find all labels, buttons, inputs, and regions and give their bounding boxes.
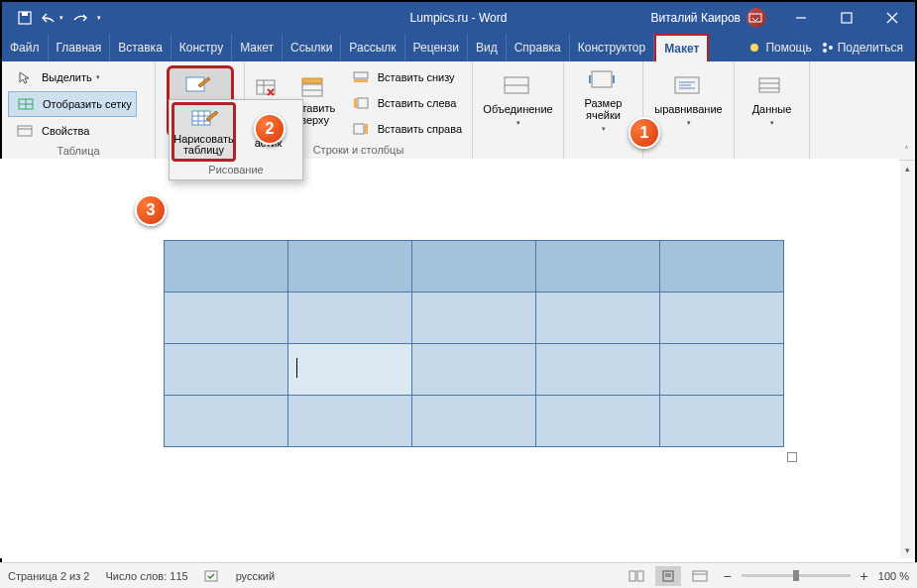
- svg-rect-26: [354, 98, 357, 108]
- draw-table-button[interactable]: Нарисовать таблицу: [172, 102, 236, 162]
- document-area[interactable]: [0, 159, 899, 558]
- tab-table-design[interactable]: Конструктор: [570, 34, 654, 61]
- share-button[interactable]: Поделиться: [822, 41, 903, 55]
- scroll-up-button[interactable]: ▴: [900, 161, 915, 176]
- document-table[interactable]: [164, 240, 784, 447]
- ribbon-options-button[interactable]: [733, 2, 778, 34]
- callout-1: 1: [629, 117, 660, 149]
- svg-point-7: [750, 44, 758, 52]
- read-mode-button[interactable]: [624, 566, 649, 586]
- cell-size-icon: [588, 69, 620, 93]
- tab-help[interactable]: Справка: [507, 34, 570, 61]
- insert-below-icon: [348, 67, 374, 87]
- zoom-level[interactable]: 100 %: [878, 570, 909, 582]
- zoom-out-button[interactable]: −: [719, 568, 735, 584]
- language-indicator[interactable]: русский: [236, 570, 275, 582]
- svg-point-9: [829, 46, 833, 50]
- svg-rect-4: [842, 13, 852, 23]
- zoom-slider[interactable]: [742, 574, 851, 577]
- svg-rect-51: [693, 571, 707, 581]
- svg-rect-25: [358, 98, 368, 108]
- callout-2: 2: [254, 113, 286, 145]
- insert-above-icon: [299, 76, 325, 98]
- grid-icon: [13, 94, 39, 114]
- callout-3: 3: [135, 194, 167, 226]
- svg-rect-14: [18, 126, 32, 136]
- vertical-scrollbar[interactable]: ▴ ▾: [900, 161, 915, 558]
- tab-mailings[interactable]: Рассылк: [341, 34, 404, 61]
- svg-rect-24: [354, 79, 368, 82]
- ribbon-tabs: Файл Главная Вставка Констру Макет Ссылк…: [2, 34, 915, 61]
- document-title: Lumpics.ru - Word: [410, 11, 508, 25]
- maximize-button[interactable]: [824, 2, 869, 34]
- ribbon: Выделить▾ Отобразить сетку Свойства Табл…: [2, 61, 915, 161]
- insert-right-icon: [348, 119, 374, 139]
- view-gridlines-button[interactable]: Отобразить сетку: [8, 91, 137, 117]
- minimize-button[interactable]: [778, 2, 824, 34]
- svg-rect-1: [22, 12, 28, 16]
- web-layout-button[interactable]: [687, 566, 713, 586]
- table-resize-handle[interactable]: [787, 452, 797, 462]
- drawing-dropdown: Нарисовать таблицу астик Рисование: [169, 99, 303, 180]
- select-button[interactable]: Выделить▾: [8, 65, 137, 89]
- svg-rect-31: [592, 71, 612, 87]
- svg-rect-28: [365, 124, 368, 134]
- tab-insert[interactable]: Вставка: [110, 34, 172, 61]
- cell-size-button[interactable]: Размер ячейки ▾: [570, 65, 636, 137]
- tab-file[interactable]: Файл: [2, 34, 49, 61]
- drawing-popup-label: Рисование: [172, 162, 300, 177]
- tab-view[interactable]: Вид: [468, 34, 507, 61]
- insert-right-button[interactable]: Вставить справа: [344, 117, 466, 141]
- collapse-ribbon-button[interactable]: ˄: [904, 145, 909, 156]
- cursor-icon: [12, 67, 38, 87]
- insert-left-icon: [348, 93, 374, 113]
- svg-rect-36: [759, 78, 779, 92]
- svg-rect-27: [354, 124, 364, 134]
- word-count[interactable]: Число слов: 115: [105, 570, 187, 582]
- alignment-button[interactable]: ыравнивание ▾: [655, 65, 723, 137]
- svg-rect-23: [354, 72, 368, 78]
- svg-point-10: [823, 49, 827, 53]
- alignment-icon: [673, 75, 705, 99]
- group-label-table: Таблица: [8, 143, 149, 159]
- properties-icon: [12, 121, 38, 141]
- undo-button[interactable]: ▾: [42, 7, 63, 29]
- insert-below-button[interactable]: Вставить снизу: [344, 65, 466, 89]
- insert-left-button[interactable]: Вставить слева: [344, 91, 466, 115]
- user-name: Виталий Каиров: [650, 11, 741, 25]
- tab-home[interactable]: Главная: [49, 34, 111, 61]
- scroll-down-button[interactable]: ▾: [900, 542, 915, 558]
- draw-icon: [184, 75, 216, 99]
- page-indicator[interactable]: Страница 2 из 2: [8, 570, 89, 582]
- tab-layout[interactable]: Макет: [232, 34, 283, 61]
- tab-review[interactable]: Рецензи: [405, 34, 468, 61]
- merge-button[interactable]: Объединение ▾: [485, 65, 552, 137]
- zoom-in-button[interactable]: +: [857, 568, 872, 584]
- data-icon: [756, 75, 788, 99]
- title-bar: ▾ ▾ Lumpics.ru - Word Виталий Каиров: [2, 2, 915, 34]
- status-bar: Страница 2 из 2 Число слов: 115 русский …: [0, 562, 917, 588]
- draw-table-icon: [190, 109, 218, 131]
- print-layout-button[interactable]: [655, 566, 681, 586]
- svg-rect-22: [302, 78, 322, 83]
- svg-rect-47: [637, 571, 643, 581]
- redo-button[interactable]: [69, 7, 91, 29]
- help-link[interactable]: Помощь: [747, 41, 811, 55]
- close-button[interactable]: [869, 2, 915, 34]
- text-cursor: [296, 358, 297, 378]
- properties-button[interactable]: Свойства: [8, 119, 137, 143]
- autosave-icon[interactable]: [14, 7, 36, 29]
- tab-design[interactable]: Констру: [172, 34, 232, 61]
- merge-icon: [503, 75, 534, 99]
- tab-table-layout[interactable]: Макет: [654, 34, 709, 61]
- proofing-icon[interactable]: [204, 569, 220, 583]
- svg-point-8: [823, 43, 827, 47]
- data-button[interactable]: Данные ▾: [741, 65, 803, 137]
- svg-rect-46: [630, 571, 635, 581]
- tab-references[interactable]: Ссылки: [283, 34, 341, 61]
